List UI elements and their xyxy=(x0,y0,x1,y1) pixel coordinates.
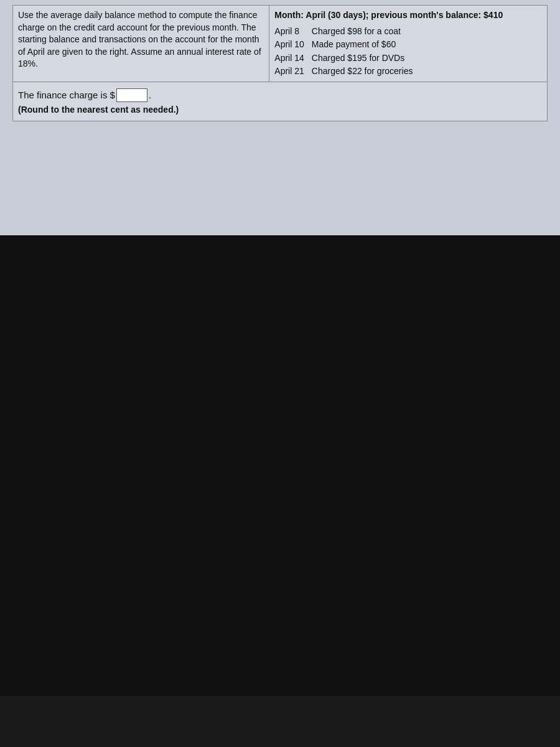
question-right-cell: Month: April (30 days); previous month's… xyxy=(269,6,548,82)
answer-input[interactable] xyxy=(116,88,147,102)
question-table: Use the average daily balance method to … xyxy=(12,5,548,82)
trans-date-3: April 14 xyxy=(274,52,304,65)
period: . xyxy=(149,90,151,100)
trans-date-4: April 21 xyxy=(274,65,304,78)
trans-desc-1: Charged $98 for a coat xyxy=(312,26,542,38)
finance-charge-line: The finance charge is $ . xyxy=(18,88,542,102)
question-left-text: Use the average daily balance method to … xyxy=(13,6,269,82)
month-balance-info: Month: April (30 days); previous month's… xyxy=(274,9,542,22)
transactions-grid: April 8 Charged $98 for a coat April 10 … xyxy=(274,26,542,78)
trans-date-2: April 10 xyxy=(274,39,304,51)
black-background xyxy=(0,235,560,696)
trans-desc-4: Charged $22 for groceries xyxy=(312,65,542,78)
trans-desc-2: Made payment of $60 xyxy=(312,39,542,51)
trans-date-1: April 8 xyxy=(274,26,304,38)
trans-desc-3: Charged $195 for DVDs xyxy=(312,52,542,65)
round-note: (Round to the nearest cent as needed.) xyxy=(18,105,542,115)
answer-section: The finance charge is $ . (Round to the … xyxy=(12,82,548,121)
finance-charge-label: The finance charge is $ xyxy=(18,90,115,100)
